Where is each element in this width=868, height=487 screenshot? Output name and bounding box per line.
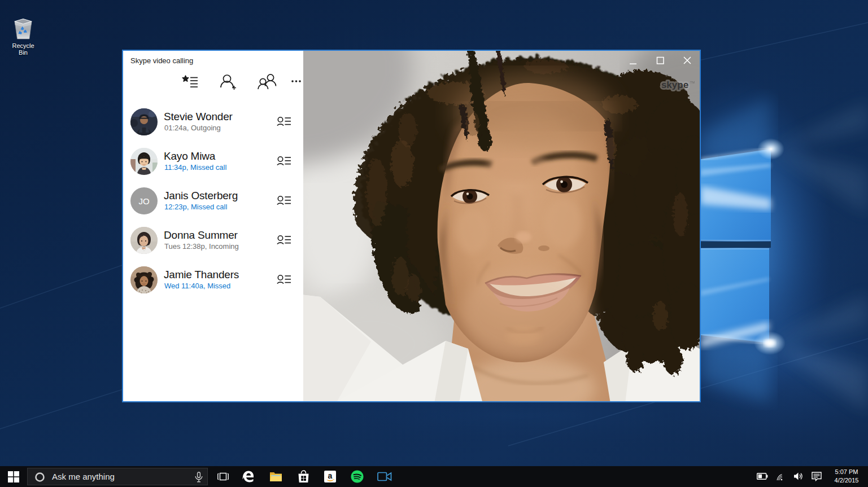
svg-text:skype: skype [661, 80, 688, 90]
svg-text:TM: TM [690, 81, 695, 84]
svg-text:JO: JO [138, 196, 149, 206]
svg-text:a: a [328, 471, 333, 480]
